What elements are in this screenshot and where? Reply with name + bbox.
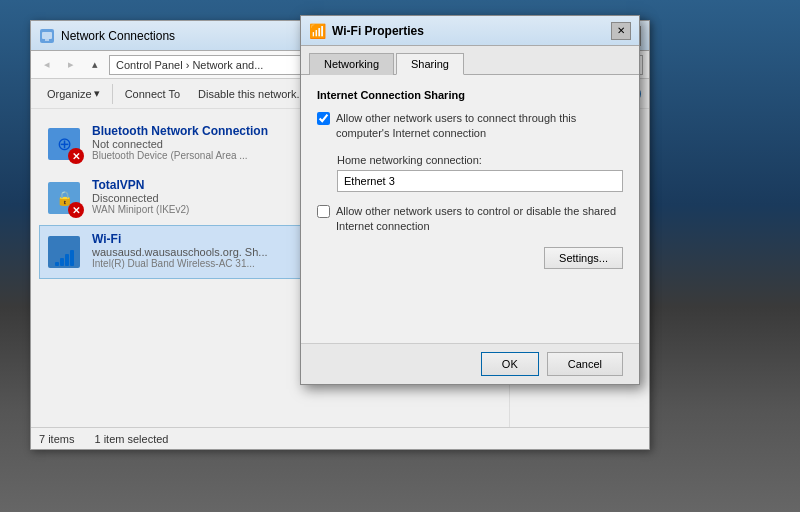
home-network-input[interactable] <box>337 170 623 192</box>
home-network-label: Home networking connection: <box>337 154 623 166</box>
organize-chevron-icon: ▾ <box>94 87 100 100</box>
settings-button[interactable]: Settings... <box>544 247 623 269</box>
svg-rect-2 <box>45 39 49 41</box>
dlg-titlebar: 📶 Wi-Fi Properties ✕ <box>301 16 639 46</box>
svg-rect-1 <box>42 32 52 39</box>
wifi-bar-1 <box>55 262 59 266</box>
checkbox-row-2: Allow other network users to control or … <box>317 204 623 235</box>
cancel-button[interactable]: Cancel <box>547 352 623 376</box>
wifi-properties-dialog: 📶 Wi-Fi Properties ✕ Networking Sharing … <box>300 15 640 385</box>
back-button[interactable]: ◂ <box>37 55 57 75</box>
bluetooth-network-icon: ⊕ ✕ <box>44 124 84 164</box>
ok-button[interactable]: OK <box>481 352 539 376</box>
vpn-network-icon: 🔒 ✕ <box>44 178 84 218</box>
wifi-signal-bars <box>55 246 74 266</box>
up-button[interactable]: ▴ <box>85 55 105 75</box>
connect-to-button[interactable]: Connect To <box>117 83 188 105</box>
network-connections-icon <box>39 28 55 44</box>
home-network-section: Home networking connection: // Set value… <box>317 154 623 204</box>
items-count: 7 items <box>39 433 74 445</box>
wifi-bar-3 <box>65 254 69 266</box>
section-title: Internet Connection Sharing <box>317 89 623 101</box>
wifi-bar-2 <box>60 258 64 266</box>
allow-sharing-checkbox[interactable] <box>317 112 330 125</box>
dlg-tabs: Networking Sharing <box>301 46 639 75</box>
settings-btn-row: Settings... <box>317 247 623 269</box>
disable-network-button[interactable]: Disable this network... <box>190 83 314 105</box>
allow-sharing-label: Allow other network users to connect thr… <box>336 111 623 142</box>
allow-control-checkbox[interactable] <box>317 205 330 218</box>
allow-control-label: Allow other network users to control or … <box>336 204 623 235</box>
toolbar-separator-1 <box>112 84 113 104</box>
error-badge-vpn: ✕ <box>68 202 84 218</box>
wifi-dialog-icon: 📶 <box>309 23 326 39</box>
nc-title-text: Network Connections <box>61 29 175 43</box>
dlg-titlebar-left: 📶 Wi-Fi Properties <box>309 23 424 39</box>
tab-networking[interactable]: Networking <box>309 53 394 75</box>
checkbox-row-1: Allow other network users to connect thr… <box>317 111 623 142</box>
dlg-content: Internet Connection Sharing Allow other … <box>301 75 639 343</box>
dlg-footer: OK Cancel <box>301 343 639 384</box>
organize-button[interactable]: Organize ▾ <box>39 83 108 105</box>
selected-count: 1 item selected <box>94 433 168 445</box>
dlg-title-text: Wi-Fi Properties <box>332 24 424 38</box>
tab-sharing[interactable]: Sharing <box>396 53 464 75</box>
error-badge: ✕ <box>68 148 84 164</box>
forward-button[interactable]: ▸ <box>61 55 81 75</box>
address-text: Control Panel › Network and... <box>116 59 263 71</box>
wifi-network-icon <box>44 232 84 272</box>
wifi-bar-4 <box>70 250 74 266</box>
nc-titlebar-left: Network Connections <box>39 28 175 44</box>
dialog-close-button[interactable]: ✕ <box>611 22 631 40</box>
nc-statusbar: 7 items 1 item selected <box>31 427 649 449</box>
